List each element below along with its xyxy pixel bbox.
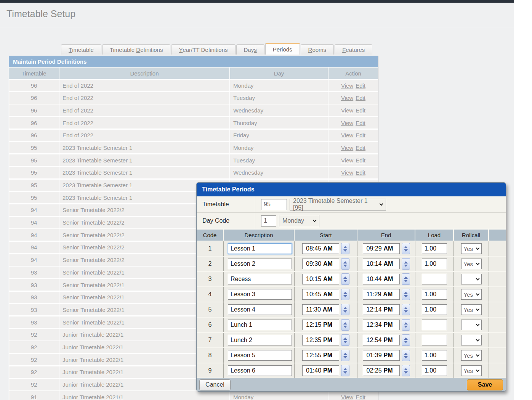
period-description-input[interactable] bbox=[228, 274, 292, 284]
start-time-spinner[interactable] bbox=[341, 319, 349, 331]
start-time-input[interactable]: 12:35PM bbox=[302, 335, 339, 345]
view-link[interactable]: View bbox=[341, 132, 353, 138]
end-time-spinner[interactable] bbox=[402, 350, 410, 361]
edit-link[interactable]: Edit bbox=[356, 82, 365, 89]
view-link[interactable]: View bbox=[341, 169, 353, 176]
period-description-input[interactable] bbox=[228, 350, 292, 361]
period-load-input[interactable] bbox=[422, 335, 447, 345]
edit-link[interactable]: Edit bbox=[356, 132, 365, 138]
end-time-input[interactable]: 12:34PM bbox=[363, 320, 400, 330]
row-timetable-number: 93 bbox=[9, 267, 59, 278]
rollcall-select[interactable]: Yes bbox=[461, 289, 482, 300]
end-time-spinner[interactable] bbox=[402, 334, 410, 346]
view-link[interactable]: View bbox=[341, 107, 353, 114]
view-link[interactable]: View bbox=[341, 95, 353, 101]
rollcall-select[interactable]: Yes bbox=[461, 259, 482, 269]
view-link[interactable]: View bbox=[341, 157, 353, 164]
cancel-button[interactable]: Cancel bbox=[199, 379, 231, 390]
start-time-input[interactable]: 08:45AM bbox=[302, 243, 339, 254]
period-load-input[interactable] bbox=[422, 259, 447, 269]
rollcall-select[interactable] bbox=[461, 320, 482, 330]
rollcall-select[interactable]: Yes bbox=[461, 304, 482, 315]
rollcall-select[interactable] bbox=[461, 335, 482, 345]
start-time-input[interactable]: 11:30AM bbox=[302, 304, 339, 315]
tab-timetable[interactable]: Timetable bbox=[61, 44, 101, 55]
tab-timetable-definitions[interactable]: Timetable Definitions bbox=[102, 44, 171, 55]
view-link[interactable]: View bbox=[341, 145, 353, 151]
end-time-spinner[interactable] bbox=[402, 365, 410, 376]
edit-link[interactable]: Edit bbox=[356, 120, 365, 126]
tab-features[interactable]: Features bbox=[335, 44, 372, 55]
chevron-down-icon bbox=[313, 218, 317, 222]
period-description-input[interactable] bbox=[228, 289, 292, 300]
view-link[interactable]: View bbox=[341, 82, 353, 89]
edit-link[interactable]: Edit bbox=[356, 107, 365, 114]
rollcall-select[interactable] bbox=[461, 274, 482, 284]
period-load-input[interactable] bbox=[422, 289, 447, 300]
start-time-spinner[interactable] bbox=[341, 243, 349, 254]
start-time-spinner[interactable] bbox=[341, 350, 349, 361]
day-select[interactable]: Monday bbox=[279, 215, 319, 227]
tab-rooms[interactable]: Rooms bbox=[301, 44, 334, 55]
rollcall-select[interactable]: Yes bbox=[461, 350, 482, 361]
period-load-input[interactable] bbox=[422, 304, 447, 315]
save-button[interactable]: Save bbox=[467, 379, 503, 390]
end-time-input[interactable]: 10:14AM bbox=[363, 259, 400, 269]
period-description-input[interactable] bbox=[228, 243, 292, 254]
period-description-input[interactable] bbox=[228, 365, 292, 376]
start-time-spinner[interactable] bbox=[341, 304, 349, 315]
edit-link[interactable]: Edit bbox=[356, 157, 365, 164]
tab-year-tt-definitions[interactable]: Year/TT Definitions bbox=[171, 44, 235, 55]
period-load-input[interactable] bbox=[422, 320, 447, 330]
end-time-spinner[interactable] bbox=[402, 319, 410, 331]
edit-link[interactable]: Edit bbox=[356, 95, 365, 101]
period-description-input[interactable] bbox=[228, 320, 292, 330]
end-time-spinner[interactable] bbox=[402, 243, 410, 254]
rollcall-select[interactable]: Yes bbox=[461, 365, 482, 376]
start-time-spinner[interactable] bbox=[341, 258, 349, 270]
end-time-input[interactable]: 01:39PM bbox=[363, 350, 400, 361]
timetable-code-input[interactable] bbox=[261, 199, 287, 210]
edit-link[interactable]: Edit bbox=[356, 145, 365, 151]
end-time-input[interactable]: 09:29AM bbox=[363, 243, 400, 254]
tab-periods[interactable]: Periods bbox=[265, 43, 300, 55]
end-time-input[interactable]: 11:29AM bbox=[363, 289, 400, 300]
period-description-input[interactable] bbox=[228, 335, 292, 345]
end-time-input[interactable]: 10:44AM bbox=[363, 274, 400, 284]
row-timetable-number: 91 bbox=[9, 391, 59, 400]
period-load-input[interactable] bbox=[422, 350, 447, 361]
start-time-spinner[interactable] bbox=[341, 289, 349, 300]
spinner-up-icon bbox=[404, 246, 408, 248]
view-link[interactable]: View bbox=[341, 120, 353, 126]
rollcall-select[interactable]: Yes bbox=[461, 243, 482, 254]
end-time-spinner[interactable] bbox=[402, 289, 410, 300]
end-time-input[interactable]: 12:54PM bbox=[363, 335, 400, 345]
start-time-spinner[interactable] bbox=[341, 334, 349, 346]
start-time-input[interactable]: 10:45AM bbox=[302, 289, 339, 300]
period-load-input[interactable] bbox=[422, 365, 447, 376]
end-time-input[interactable]: 02:25PM bbox=[363, 365, 400, 376]
timetable-select[interactable]: 2023 Timetable Semester 1 [95] bbox=[290, 199, 386, 210]
start-time-spinner[interactable] bbox=[341, 273, 349, 285]
end-time-spinner[interactable] bbox=[402, 273, 410, 285]
start-time-input[interactable]: 12:55PM bbox=[302, 350, 339, 361]
view-link[interactable]: View bbox=[341, 394, 353, 400]
period-description-input[interactable] bbox=[228, 259, 292, 269]
day-code-input[interactable] bbox=[261, 215, 276, 227]
tab-days[interactable]: Days bbox=[236, 44, 264, 55]
period-load-input[interactable] bbox=[422, 274, 447, 284]
end-time-spinner[interactable] bbox=[402, 258, 410, 270]
end-time-spinner[interactable] bbox=[402, 304, 410, 315]
period-load-input[interactable] bbox=[422, 243, 447, 254]
spinner-up-icon bbox=[343, 353, 347, 355]
period-description-input[interactable] bbox=[228, 304, 292, 315]
end-time-input[interactable]: 12:14PM bbox=[363, 304, 400, 315]
start-time-input[interactable]: 01:40PM bbox=[302, 365, 339, 376]
edit-link[interactable]: Edit bbox=[356, 394, 365, 400]
start-time-spinner[interactable] bbox=[341, 365, 349, 376]
spinner-up-icon bbox=[404, 368, 408, 370]
start-time-input[interactable]: 09:30AM bbox=[302, 259, 339, 269]
start-time-input[interactable]: 12:15PM bbox=[302, 320, 339, 330]
edit-link[interactable]: Edit bbox=[356, 169, 365, 176]
start-time-input[interactable]: 10:15AM bbox=[302, 274, 339, 284]
